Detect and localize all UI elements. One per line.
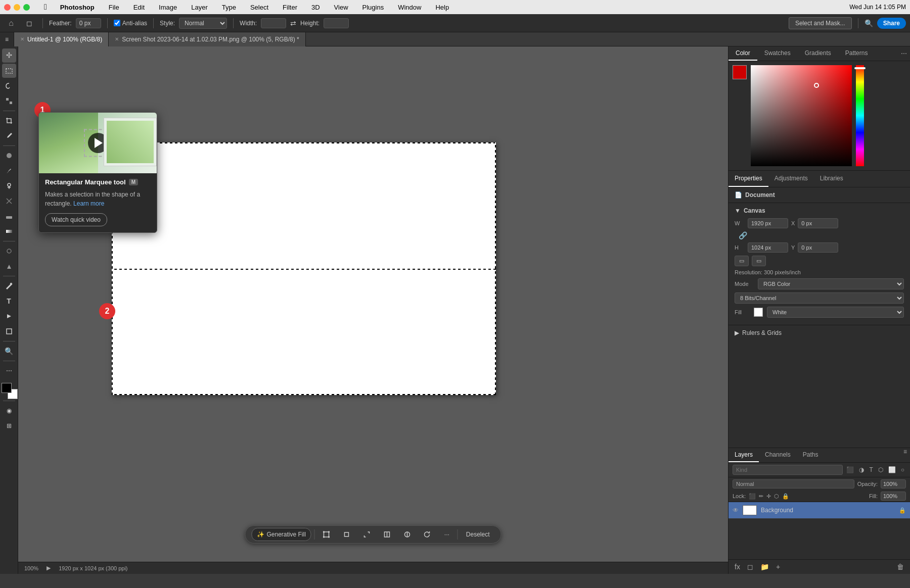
menu-layer[interactable]: Layer [188, 3, 211, 12]
clone-stamp-tool[interactable] [2, 179, 16, 193]
panel-collapse-icon[interactable]: ≡ [0, 32, 14, 46]
text-tool[interactable]: T [2, 294, 16, 308]
filter-shape-icon[interactable]: ⬡ [877, 465, 885, 474]
fill-pct-input[interactable] [881, 492, 906, 501]
maximize-button[interactable] [23, 4, 30, 11]
filter-toggle-icon[interactable]: ○ [899, 465, 906, 474]
menu-3d[interactable]: 3D [308, 3, 323, 12]
tab-properties[interactable]: Properties [729, 171, 768, 187]
filter-adjust-icon[interactable]: ◑ [857, 465, 866, 474]
rotate-icon[interactable] [419, 528, 436, 541]
color-spectrum[interactable] [751, 65, 852, 166]
tab-layers[interactable]: Layers [729, 448, 759, 462]
fill-color-swatch[interactable] [754, 308, 763, 317]
lock-all-icon[interactable]: 🔒 [782, 493, 789, 500]
layer-visibility-icon[interactable]: 👁 [733, 507, 739, 514]
rulers-grids-section[interactable]: ▶ Rulers & Grids [729, 325, 910, 340]
watch-video-button[interactable]: Watch quick video [45, 213, 107, 226]
app-name[interactable]: Photoshop [57, 3, 98, 12]
home-icon[interactable]: ⌂ [4, 16, 18, 30]
style-select[interactable]: Normal Fixed Ratio Fixed Size [179, 18, 227, 29]
layer-item-background[interactable]: 👁 Background 🔒 [729, 502, 910, 519]
menu-plugins[interactable]: Plugins [359, 3, 387, 12]
screen-mode-icon[interactable]: ⊞ [2, 419, 16, 433]
quick-mask-icon[interactable]: ◉ [2, 404, 16, 418]
height-input[interactable] [324, 18, 349, 28]
tab-libraries[interactable]: Libraries [814, 171, 849, 187]
minimize-button[interactable] [14, 4, 20, 11]
active-color-swatch[interactable] [733, 65, 747, 79]
brush-tool[interactable] [2, 164, 16, 178]
canvas-h-input[interactable] [748, 242, 788, 253]
lasso-tool[interactable] [2, 79, 16, 93]
expand-icon2[interactable]: ▶ [47, 565, 51, 571]
tab-close-icon2[interactable]: ✕ [115, 36, 119, 42]
gradient-tool[interactable] [2, 224, 16, 238]
canvas-x-input[interactable] [798, 218, 838, 228]
invert-icon[interactable] [399, 528, 416, 541]
fill-select[interactable]: White Black Transparent [767, 307, 904, 318]
foreground-color[interactable] [2, 383, 12, 393]
eyedropper-tool[interactable] [2, 129, 16, 143]
delete-layer-button[interactable]: 🗑 [895, 562, 906, 572]
layers-options-icon[interactable]: ≡ [903, 448, 907, 455]
filter-artboard-icon[interactable]: ⬜ [887, 465, 897, 474]
canvas-y-input[interactable] [798, 242, 838, 253]
shape-tool[interactable] [2, 324, 16, 338]
width-input[interactable] [261, 18, 286, 28]
zoom-tool[interactable]: 🔍 [2, 344, 16, 358]
anti-alias-checkbox[interactable] [114, 20, 120, 26]
move-tool[interactable] [2, 48, 16, 63]
menu-image[interactable]: Image [156, 3, 180, 12]
learn-more-link[interactable]: Learn more [73, 200, 104, 207]
extra-tools[interactable]: ⋯ [2, 364, 16, 378]
tool-preset-icon[interactable]: ◻ [22, 16, 36, 30]
menu-window[interactable]: Window [395, 3, 424, 12]
transform-rect-icon[interactable] [338, 528, 355, 541]
lock-transparency-icon[interactable]: ⬛ [749, 493, 756, 500]
tab-color[interactable]: Color [729, 46, 757, 61]
lock-brush-icon[interactable]: ✏ [759, 493, 763, 500]
swap-wh-icon[interactable]: ⇄ [290, 19, 296, 27]
opacity-input[interactable] [881, 479, 906, 488]
menu-help[interactable]: Help [432, 3, 452, 12]
menu-filter[interactable]: Filter [280, 3, 300, 12]
filter-type-icon[interactable]: T [868, 465, 874, 474]
generative-fill-button[interactable]: ✨ Generative Fill [251, 528, 311, 541]
history-brush-tool[interactable] [2, 194, 16, 208]
close-button[interactable] [4, 4, 11, 11]
tab-untitled[interactable]: ✕ Untitled-1 @ 100% (RGB/8) [14, 32, 109, 46]
healing-tool[interactable] [2, 149, 16, 163]
object-select-tool[interactable] [2, 94, 16, 108]
tab-channels[interactable]: Channels [759, 448, 797, 462]
layers-search-input[interactable] [733, 465, 843, 475]
tab-close-icon[interactable]: ✕ [20, 36, 24, 42]
filter-pixel-icon[interactable]: ⬛ [845, 465, 855, 474]
tab-swatches[interactable]: Swatches [757, 46, 798, 61]
portrait-button[interactable]: ▭ [735, 256, 749, 266]
feather-input[interactable] [76, 18, 101, 28]
tab-paths[interactable]: Paths [797, 448, 825, 462]
new-group-button[interactable]: 📁 [758, 562, 771, 572]
lock-move-icon[interactable]: ✛ [766, 493, 771, 500]
eraser-tool[interactable] [2, 209, 16, 223]
fill-icon[interactable] [379, 528, 396, 541]
menu-view[interactable]: View [331, 3, 351, 12]
marquee-tool[interactable] [2, 64, 16, 78]
menu-edit[interactable]: Edit [130, 3, 148, 12]
deselect-button[interactable]: Deselect [461, 528, 495, 541]
search-icon[interactable]: 🔍 [864, 19, 873, 27]
path-selection-tool[interactable] [2, 309, 16, 323]
menu-type[interactable]: Type [219, 3, 239, 12]
blur-tool[interactable] [2, 244, 16, 258]
bit-depth-select[interactable]: 8 Bits/Channel 16 Bits/Channel 32 Bits/C… [735, 292, 904, 304]
transform-icon[interactable] [318, 528, 335, 541]
select-mask-button[interactable]: Select and Mask... [789, 17, 852, 29]
canvas-header[interactable]: ▼ Canvas [735, 207, 904, 214]
mode-select[interactable]: RGB Color CMYK Color Grayscale [758, 278, 904, 289]
more-options-button[interactable]: ··· [439, 528, 454, 541]
lock-artboard-icon[interactable]: ⬡ [774, 493, 779, 500]
dodge-tool[interactable] [2, 259, 16, 273]
tab-patterns[interactable]: Patterns [838, 46, 875, 61]
expand-icon[interactable] [358, 528, 376, 541]
